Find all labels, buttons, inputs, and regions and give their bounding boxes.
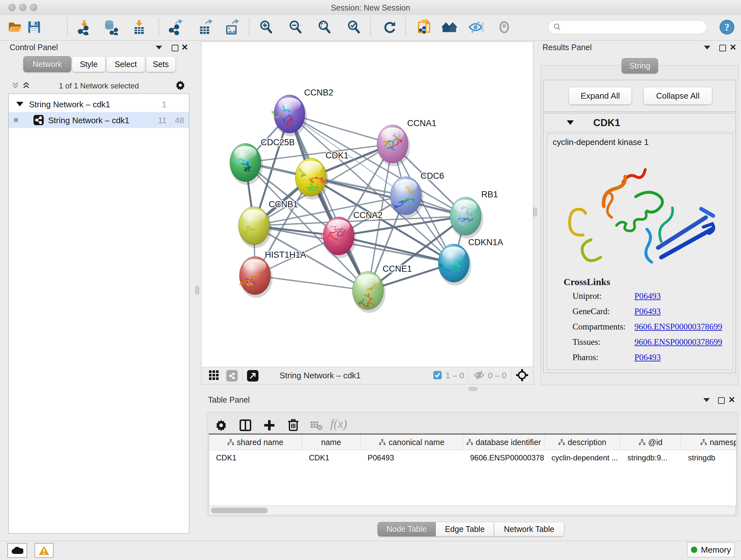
collapse-all-networks-icon[interactable] — [11, 81, 20, 91]
network-node-CCNE1[interactable]: CCNE1 — [352, 264, 412, 313]
tab-node-table[interactable]: Node Table — [378, 522, 435, 537]
network-type-icon[interactable] — [226, 370, 238, 381]
column-header-description[interactable]: description — [544, 435, 620, 450]
table-gear-icon[interactable] — [215, 419, 227, 433]
table-panel-close-icon[interactable]: ✕ — [728, 396, 735, 403]
column-type-icon — [466, 439, 473, 446]
crosslink-value-link[interactable]: P06493 — [634, 307, 661, 316]
crosslink-value-link[interactable]: P06493 — [634, 291, 661, 301]
table-cell[interactable]: stringdb — [681, 450, 737, 465]
column-header-label: canonical name — [388, 438, 444, 447]
tab-sets[interactable]: Sets — [146, 56, 176, 72]
tab-select[interactable]: Select — [106, 56, 145, 72]
birdseye-grid-icon[interactable] — [208, 370, 219, 382]
zoom-fit-icon[interactable] — [316, 18, 333, 36]
selected-checkbox-icon[interactable] — [433, 370, 442, 381]
table-horizontal-scrollbar[interactable] — [209, 506, 736, 515]
zoom-in-icon[interactable] — [257, 18, 275, 36]
column-header-database-identifier[interactable]: database identifier — [463, 435, 544, 450]
network-row-selected[interactable]: String Network – cdk1 11 48 — [9, 112, 189, 128]
import-table-icon[interactable] — [130, 18, 148, 36]
export-table-icon[interactable] — [196, 18, 214, 36]
column-header-canonical-name[interactable]: canonical name — [360, 435, 463, 450]
network-node-CDKN1A[interactable]: CDKN1A — [438, 238, 503, 286]
results-panel-float-icon[interactable] — [719, 45, 726, 51]
table-cell[interactable]: stringdb:9... — [620, 450, 681, 465]
network-node-CDC6[interactable]: CDC6 — [390, 171, 444, 218]
export-image-icon[interactable] — [223, 18, 241, 36]
open-in-browser-icon[interactable] — [247, 370, 259, 381]
import-database-icon[interactable] — [102, 18, 120, 36]
clone-network-icon[interactable] — [415, 18, 433, 36]
left-splitter-handle[interactable] — [195, 286, 199, 295]
warnings-button[interactable] — [35, 543, 54, 558]
network-node-CCNB2[interactable]: CCNB2 — [271, 88, 333, 136]
network-node-CDC25B[interactable]: CDC25B — [230, 138, 295, 185]
expand-all-button[interactable]: Expand All — [569, 87, 632, 105]
network-edge[interactable] — [289, 114, 368, 291]
tab-network[interactable]: Network — [23, 56, 71, 72]
fit-selected-crosshair-icon[interactable] — [516, 369, 529, 383]
control-panel-collapse-icon[interactable] — [156, 46, 162, 50]
select-columns-icon[interactable] — [239, 419, 252, 433]
toolbar-search — [548, 20, 707, 34]
search-input[interactable] — [561, 22, 697, 32]
right-splitter-handle[interactable] — [533, 207, 537, 216]
table-panel-float-icon[interactable] — [718, 397, 725, 404]
memory-button[interactable]: Memory — [687, 543, 735, 557]
hidden-eye-slash-icon[interactable] — [473, 370, 485, 381]
cloud-status-button[interactable] — [7, 543, 27, 558]
help-icon[interactable]: ? — [719, 19, 735, 37]
scrollbar-thumb[interactable] — [211, 508, 268, 513]
delete-column-trash-icon[interactable] — [287, 418, 300, 433]
results-panel-collapse-icon[interactable] — [704, 46, 711, 50]
control-panel-gear-icon[interactable] — [175, 80, 186, 92]
node-label-HIST1H1A: HIST1H1A — [265, 250, 306, 260]
column-header-namespace[interactable]: namespace — [681, 435, 737, 450]
network-canvas[interactable]: CCNB2CCNA1CDC25BCDK1CDC6RB1CCNB1CCNA2CDK… — [201, 42, 533, 367]
crosslink-value-link[interactable]: P06493 — [634, 353, 661, 362]
network-node-RB1[interactable]: RB1 — [450, 190, 498, 239]
table-cell[interactable]: 9606.ENSP00000378699 — [463, 450, 544, 465]
table-row[interactable]: CDK1CDK1P064939606.ENSP00000378699cyclin… — [209, 450, 736, 465]
tab-network-table[interactable]: Network Table — [494, 522, 564, 537]
network-collection-row[interactable]: String Network – cdk1 1 — [9, 96, 189, 112]
column-header-name[interactable]: name — [302, 435, 360, 450]
results-panel-close-icon[interactable]: ✕ — [730, 44, 737, 51]
tab-edge-table[interactable]: Edge Table — [435, 522, 494, 537]
table-cell[interactable]: CDK1 — [209, 450, 302, 465]
function-builder-icon-disabled[interactable]: f(x) — [330, 417, 347, 431]
save-session-icon[interactable] — [25, 18, 43, 36]
import-network-icon[interactable] — [75, 18, 93, 36]
table-panel-collapse-icon[interactable] — [703, 398, 710, 402]
table-cell[interactable]: CDK1 — [302, 450, 360, 465]
table-cell[interactable]: P06493 — [360, 450, 463, 465]
control-panel-float-icon[interactable] — [172, 45, 179, 51]
add-column-icon[interactable] — [263, 419, 276, 433]
collection-expander-icon[interactable] — [16, 102, 23, 106]
table-cell[interactable]: cyclin-dependent ... — [544, 450, 620, 465]
export-network-icon[interactable] — [167, 18, 185, 36]
crosslink-value-link[interactable]: 9606.ENSP00000378699 — [634, 322, 722, 332]
tab-style[interactable]: Style — [72, 56, 106, 72]
delete-table-icon-disabled[interactable] — [310, 420, 323, 432]
column-header-shared-name[interactable]: shared name — [209, 435, 302, 450]
control-panel-close-icon[interactable]: ✕ — [181, 44, 188, 51]
zoom-selected-icon[interactable] — [345, 18, 363, 36]
column-header--id[interactable]: @id — [620, 435, 681, 450]
crosslink-value-link[interactable]: 9606.ENSP00000378699 — [634, 337, 722, 347]
refresh-icon[interactable] — [381, 18, 399, 36]
network-node-CCNA1[interactable]: CCNA1 — [377, 118, 436, 166]
expand-all-networks-icon[interactable] — [22, 81, 30, 91]
show-all-eye-icon[interactable] — [495, 18, 513, 36]
gene-section-expander-icon[interactable] — [567, 120, 574, 125]
network-node-HIST1H1A[interactable]: HIST1H1A — [239, 250, 306, 298]
network-graph[interactable]: CCNB2CCNA1CDC25BCDK1CDC6RB1CCNB1CCNA2CDK… — [201, 42, 533, 367]
collapse-all-button[interactable]: Collapse All — [643, 87, 712, 105]
tab-string[interactable]: String — [622, 58, 658, 73]
hide-selected-eye-icon[interactable] — [467, 18, 484, 36]
first-neighbors-icon[interactable] — [441, 18, 458, 36]
zoom-out-icon[interactable] — [286, 18, 305, 36]
horizontal-splitter-handle[interactable] — [468, 387, 477, 391]
open-session-icon[interactable] — [6, 18, 23, 36]
